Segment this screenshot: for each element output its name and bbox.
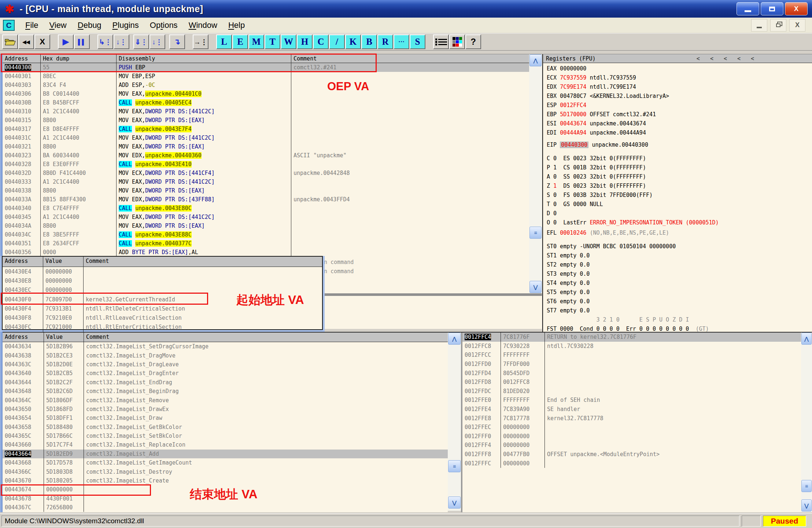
run-trace-window-button[interactable]: ··· — [394, 34, 409, 49]
dump-row[interactable]: 0044367400000000 — [3, 485, 448, 494]
dump-row[interactable]: 004436605D17C7F4comctl32.ImageList_Repla… — [3, 440, 448, 449]
register-line[interactable]: ST7 empty 0.0 — [547, 306, 808, 315]
memory-window-button[interactable]: M — [248, 34, 264, 49]
handles-window-button[interactable]: H — [297, 34, 313, 49]
menu-item-options[interactable]: Options — [144, 19, 183, 32]
stack-row[interactable]: 0012FFCCFFFFFFFF — [462, 351, 801, 360]
disasm-row[interactable]: 0044030383C4 F4ADD ESP,-0C — [3, 81, 529, 89]
disasm-row[interactable]: 0044034CE8 3BE5FFFFCALL unpackme.0043E88… — [3, 230, 529, 239]
menu-item-plugins[interactable]: Plugins — [107, 19, 144, 32]
register-line[interactable]: D 0 — [547, 209, 808, 218]
stack-row[interactable]: 0012FFF000000000 — [462, 432, 801, 441]
disasm-row[interactable]: 0044031CA1 2C1C4400MOV EAX,DWORD PTR DS:… — [3, 133, 529, 142]
cpu-window-button[interactable]: C — [313, 34, 329, 49]
disasm-row[interactable]: 00440323BA 60034400MOV EDX,unpackme.0044… — [3, 151, 529, 160]
popup-row[interactable]: 004430EC00000000 — [3, 286, 322, 295]
register-line[interactable]: ST1 empty 0.0 — [547, 251, 808, 260]
register-line[interactable]: S 0 FS 003B 32bit 7FFDE000(FFF) — [547, 191, 808, 200]
register-line[interactable]: EIP 00440300 unpackme.00440300 — [547, 140, 808, 150]
popup-row[interactable]: 004430F87C9210E0ntdll.RtlLeaveCriticalSe… — [3, 313, 322, 322]
dump-row[interactable]: 004436685D17D578comctl32.ImageList_GetIm… — [3, 458, 448, 467]
mdi-restore-button[interactable] — [770, 19, 786, 32]
register-line[interactable]: EDX 7C99E174 ntdll.7C99E174 — [547, 82, 808, 92]
windows-window-button[interactable]: W — [281, 34, 296, 49]
column-header[interactable]: Value — [44, 333, 84, 342]
popup-row[interactable]: 004430FC7C921000ntdll.RtlEnterCriticalSe… — [3, 323, 322, 332]
register-line[interactable]: P 1 CS 001B 32bit 0(FFFFFFFF) — [547, 163, 808, 172]
pane-header-button[interactable]: < — [737, 55, 741, 62]
maximize-button[interactable] — [761, 2, 783, 15]
pane-header-button[interactable]: < — [724, 55, 727, 62]
pane-header-button[interactable]: < — [710, 55, 713, 62]
disasm-row[interactable]: 0044030055PUSH EBPcomctl32.#241 — [3, 63, 529, 72]
dump-row[interactable]: 004436445D1B2C2Fcomctl32.ImageList_EndDr… — [3, 378, 448, 387]
register-line[interactable]: T 0 GS 0000 NULL — [547, 200, 808, 209]
disasm-row[interactable]: 00440310A1 2C1C4400MOV EAX,DWORD PTR DS:… — [3, 107, 529, 116]
pane-header-button[interactable]: < — [751, 55, 754, 62]
stack-row[interactable]: 0012FFF800477FB0OFFSET unpackme.<ModuleE… — [462, 450, 801, 459]
column-header[interactable]: Address — [3, 257, 43, 267]
stack-row[interactable]: 0012FFD80012FFC8 — [462, 378, 801, 387]
minimize-button[interactable] — [737, 2, 759, 15]
scroll-up-icon[interactable]: ⋀ — [448, 333, 461, 345]
disasm-row[interactable]: 00440345A1 2C1C4400MOV EAX,DWORD PTR DS:… — [3, 213, 529, 221]
disasm-row[interactable]: 004403158B00MOV EAX,DWORD PTR DS:[EAX] — [3, 116, 529, 125]
register-line[interactable]: EBX 004780C7 <&KERNEL32.LoadLibraryA> — [547, 92, 808, 101]
references-window-button[interactable]: R — [377, 34, 393, 49]
call-stack-window-button[interactable]: K — [345, 34, 361, 49]
stack-row[interactable]: 0012FFD07FFDF000 — [462, 360, 801, 369]
dump-row[interactable]: 0044363C5D1B2D0Ecomctl32.ImageList_DragL… — [3, 360, 448, 369]
register-line[interactable]: O 0 LastErr ERROR_NO_IMPERSONATION_TOKEN… — [547, 218, 808, 227]
menu-item-window[interactable]: Window — [183, 19, 223, 32]
register-line[interactable]: A 0 SS 0023 32bit 0(FFFFFFFF) — [547, 172, 808, 182]
disasm-row[interactable]: 00440328E8 E3E0FFFFCALL unpackme.0043E41… — [3, 160, 529, 169]
pane-header-button[interactable]: < — [697, 55, 700, 62]
dump-row[interactable]: 0044364C5D1806DFcomctl32.ImageList_Remov… — [3, 396, 448, 404]
step-into-button[interactable]: ↳⋮ — [97, 34, 113, 49]
disasm-row[interactable]: 0044032D8B0D F41C4400MOV ECX,DWORD PTR D… — [3, 169, 529, 177]
dump-row[interactable]: 004436485D1B2C6Dcomctl32.ImageList_Begin… — [3, 387, 448, 396]
register-line[interactable]: ST5 empty 0.0 — [547, 288, 808, 297]
dump-row[interactable]: 004436645D1B2ED9comctl32.ImageList_Add — [3, 450, 448, 458]
register-line[interactable]: ST0 empty -UNORM BCBC 01050104 00000000 — [547, 242, 808, 251]
mdi-close-button[interactable]: X — [789, 19, 805, 32]
appearance-button[interactable] — [449, 34, 465, 49]
register-line[interactable]: EBP 5D170000 OFFSET comctl32.#241 — [547, 110, 808, 119]
scroll-down-icon[interactable]: ⋁ — [801, 499, 812, 511]
dump-row[interactable]: 004436545D18DFF1comctl32.ImageList_Draw — [3, 414, 448, 422]
dump-row[interactable]: 004436385D1B2CE3comctl32.ImageList_DragM… — [3, 351, 448, 360]
close-button[interactable]: X — [785, 2, 808, 15]
breakpoints-window-button[interactable]: B — [361, 34, 377, 49]
menu-item-help[interactable]: Help — [223, 19, 250, 32]
scroll-up-icon[interactable]: ⋀ — [529, 54, 542, 66]
executables-window-button[interactable]: E — [232, 34, 248, 49]
disasm-row[interactable]: 00440340E8 C7E4FFFFCALL unpackme.0043E80… — [3, 204, 529, 213]
column-header[interactable]: Value — [43, 257, 84, 267]
scrollbar-thumb[interactable]: ≡ — [448, 460, 461, 472]
menu-item-file[interactable]: File — [20, 19, 44, 32]
dump-row[interactable]: 004436405D1B2CB5comctl32.ImageList_DragE… — [3, 369, 448, 378]
view-list-button[interactable] — [433, 34, 449, 49]
register-line[interactable]: ST6 empty 0.0 — [547, 297, 808, 306]
popup-row[interactable]: 004430E400000000 — [3, 267, 322, 276]
register-line[interactable]: FST 0000 Cond 0 0 0 0 Err 0 0 0 0 0 0 0 … — [547, 324, 808, 332]
dump-row[interactable]: 004436784430F001 — [3, 494, 448, 503]
register-line[interactable]: Z 1 DS 0023 32bit 0(FFFFFFFF) — [547, 182, 808, 191]
stack-row[interactable]: 0012FFF400000000 — [462, 441, 801, 450]
stack-row[interactable]: 0012FFC47C81776FRETURN to kernel32.7C817… — [462, 333, 801, 342]
scrollbar-thumb[interactable]: ≡ — [801, 480, 812, 492]
stack-row[interactable]: 0012FFC87C930228ntdll.7C930228 — [462, 342, 801, 351]
stack-row[interactable]: 0012FFDC81DED020 — [462, 387, 801, 396]
register-line[interactable]: ECX 7C937559 ntdll.7C937559 — [547, 73, 808, 82]
dump-row[interactable]: 0044365C5D17B66Ccomctl32.ImageList_SetBk… — [3, 432, 448, 440]
menu-item-view[interactable]: View — [44, 19, 72, 32]
scroll-down-icon[interactable]: ⋁ — [529, 281, 542, 293]
log-window-button[interactable]: L — [216, 34, 232, 49]
execute-till-return-button[interactable]: ↴ — [169, 34, 185, 49]
dump-row[interactable]: 004436345D1B2B96comctl32.ImageList_SetDr… — [3, 342, 448, 351]
disasm-row[interactable]: 00440333A1 2C1C4400MOV EAX,DWORD PTR DS:… — [3, 177, 529, 186]
column-header[interactable]: Hex dump — [41, 54, 117, 63]
popup-row[interactable]: 004430F47C9313B1ntdll.RtlDeleteCriticalS… — [3, 304, 322, 313]
disasm-row[interactable]: 00440317E8 D8E4FFFFCALL unpackme.0043E7F… — [3, 125, 529, 133]
register-line[interactable]: EFL 00010246 (NO,NB,E,BE,NS,PE,GE,LE) — [547, 228, 808, 238]
